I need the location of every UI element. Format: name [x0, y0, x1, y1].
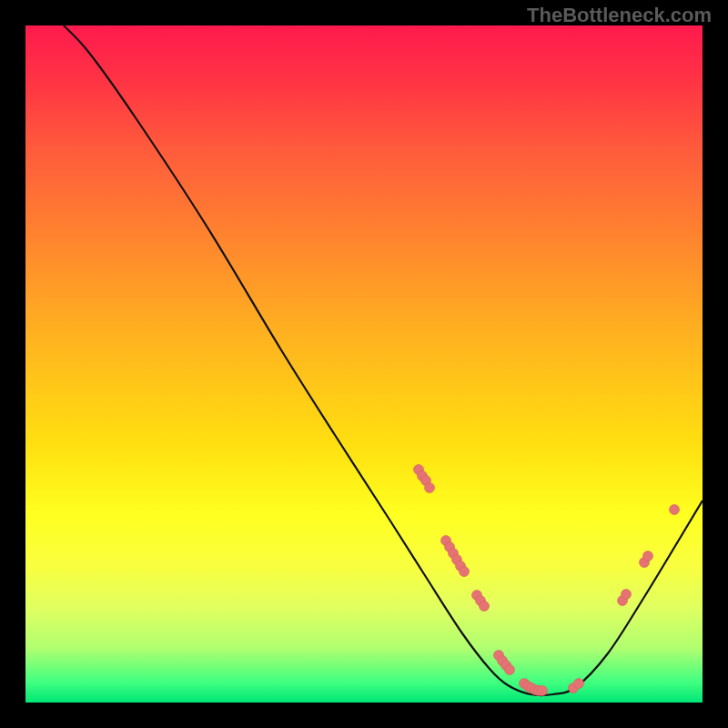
curve-markers — [414, 465, 680, 696]
curve-marker — [505, 665, 515, 675]
curve-marker — [480, 602, 490, 612]
curve-marker — [574, 679, 584, 689]
chart-svg — [25, 25, 703, 703]
chart-plot-area — [25, 25, 703, 703]
watermark-text: TheBottleneck.com — [527, 4, 712, 27]
curve-marker — [622, 590, 632, 600]
curve-marker — [460, 567, 470, 577]
bottleneck-curve — [64, 25, 703, 695]
curve-marker — [670, 505, 680, 515]
curve-marker — [538, 686, 548, 696]
curve-marker — [425, 483, 435, 493]
curve-marker — [643, 551, 653, 561]
